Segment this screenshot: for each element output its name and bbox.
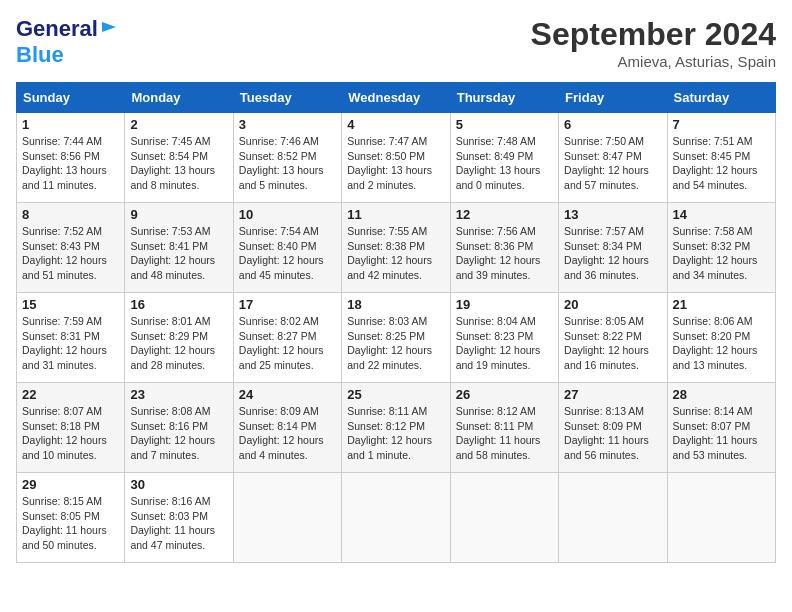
page-header: General Blue September 2024 Amieva, Astu… — [16, 16, 776, 70]
day-info: Sunrise: 7:45 AMSunset: 8:54 PMDaylight:… — [130, 134, 227, 193]
day-info: Sunrise: 8:09 AMSunset: 8:14 PMDaylight:… — [239, 404, 336, 463]
day-info: Sunrise: 8:08 AMSunset: 8:16 PMDaylight:… — [130, 404, 227, 463]
day-info: Sunrise: 7:46 AMSunset: 8:52 PMDaylight:… — [239, 134, 336, 193]
location: Amieva, Asturias, Spain — [531, 53, 776, 70]
day-number: 3 — [239, 117, 336, 132]
calendar-day: 9 Sunrise: 7:53 AMSunset: 8:41 PMDayligh… — [125, 203, 233, 293]
day-info: Sunrise: 8:04 AMSunset: 8:23 PMDaylight:… — [456, 314, 553, 373]
svg-marker-0 — [102, 22, 116, 32]
day-info: Sunrise: 7:44 AMSunset: 8:56 PMDaylight:… — [22, 134, 119, 193]
calendar-day: 16 Sunrise: 8:01 AMSunset: 8:29 PMDaylig… — [125, 293, 233, 383]
calendar-week-row: 8 Sunrise: 7:52 AMSunset: 8:43 PMDayligh… — [17, 203, 776, 293]
day-info: Sunrise: 7:52 AMSunset: 8:43 PMDaylight:… — [22, 224, 119, 283]
calendar-day: 3 Sunrise: 7:46 AMSunset: 8:52 PMDayligh… — [233, 113, 341, 203]
calendar-week-row: 29 Sunrise: 8:15 AMSunset: 8:05 PMDaylig… — [17, 473, 776, 563]
day-info: Sunrise: 8:14 AMSunset: 8:07 PMDaylight:… — [673, 404, 770, 463]
column-header-tuesday: Tuesday — [233, 83, 341, 113]
day-number: 28 — [673, 387, 770, 402]
day-info: Sunrise: 8:12 AMSunset: 8:11 PMDaylight:… — [456, 404, 553, 463]
day-number: 16 — [130, 297, 227, 312]
day-number: 13 — [564, 207, 661, 222]
day-info: Sunrise: 7:55 AMSunset: 8:38 PMDaylight:… — [347, 224, 444, 283]
calendar-day: 27 Sunrise: 8:13 AMSunset: 8:09 PMDaylig… — [559, 383, 667, 473]
calendar-empty — [559, 473, 667, 563]
day-info: Sunrise: 8:01 AMSunset: 8:29 PMDaylight:… — [130, 314, 227, 373]
day-number: 15 — [22, 297, 119, 312]
day-number: 11 — [347, 207, 444, 222]
calendar-day: 10 Sunrise: 7:54 AMSunset: 8:40 PMDaylig… — [233, 203, 341, 293]
day-number: 25 — [347, 387, 444, 402]
day-number: 21 — [673, 297, 770, 312]
day-number: 30 — [130, 477, 227, 492]
day-number: 4 — [347, 117, 444, 132]
calendar-empty — [342, 473, 450, 563]
calendar-day: 2 Sunrise: 7:45 AMSunset: 8:54 PMDayligh… — [125, 113, 233, 203]
calendar-day: 1 Sunrise: 7:44 AMSunset: 8:56 PMDayligh… — [17, 113, 125, 203]
day-info: Sunrise: 7:48 AMSunset: 8:49 PMDaylight:… — [456, 134, 553, 193]
day-number: 14 — [673, 207, 770, 222]
day-info: Sunrise: 7:54 AMSunset: 8:40 PMDaylight:… — [239, 224, 336, 283]
calendar-week-row: 1 Sunrise: 7:44 AMSunset: 8:56 PMDayligh… — [17, 113, 776, 203]
calendar-day: 22 Sunrise: 8:07 AMSunset: 8:18 PMDaylig… — [17, 383, 125, 473]
logo-blue-text: Blue — [16, 42, 64, 67]
day-info: Sunrise: 8:05 AMSunset: 8:22 PMDaylight:… — [564, 314, 661, 373]
day-info: Sunrise: 7:58 AMSunset: 8:32 PMDaylight:… — [673, 224, 770, 283]
calendar-day: 14 Sunrise: 7:58 AMSunset: 8:32 PMDaylig… — [667, 203, 775, 293]
day-number: 10 — [239, 207, 336, 222]
month-title: September 2024 — [531, 16, 776, 53]
calendar-week-row: 15 Sunrise: 7:59 AMSunset: 8:31 PMDaylig… — [17, 293, 776, 383]
calendar-day: 30 Sunrise: 8:16 AMSunset: 8:03 PMDaylig… — [125, 473, 233, 563]
calendar-day: 20 Sunrise: 8:05 AMSunset: 8:22 PMDaylig… — [559, 293, 667, 383]
calendar-header-row: SundayMondayTuesdayWednesdayThursdayFrid… — [17, 83, 776, 113]
day-number: 7 — [673, 117, 770, 132]
day-number: 19 — [456, 297, 553, 312]
calendar-day: 12 Sunrise: 7:56 AMSunset: 8:36 PMDaylig… — [450, 203, 558, 293]
day-info: Sunrise: 7:53 AMSunset: 8:41 PMDaylight:… — [130, 224, 227, 283]
day-number: 12 — [456, 207, 553, 222]
day-number: 5 — [456, 117, 553, 132]
calendar-day: 29 Sunrise: 8:15 AMSunset: 8:05 PMDaylig… — [17, 473, 125, 563]
calendar-day: 5 Sunrise: 7:48 AMSunset: 8:49 PMDayligh… — [450, 113, 558, 203]
day-info: Sunrise: 8:11 AMSunset: 8:12 PMDaylight:… — [347, 404, 444, 463]
day-info: Sunrise: 7:51 AMSunset: 8:45 PMDaylight:… — [673, 134, 770, 193]
day-info: Sunrise: 8:02 AMSunset: 8:27 PMDaylight:… — [239, 314, 336, 373]
day-info: Sunrise: 7:57 AMSunset: 8:34 PMDaylight:… — [564, 224, 661, 283]
logo: General Blue — [16, 16, 118, 68]
calendar-day: 4 Sunrise: 7:47 AMSunset: 8:50 PMDayligh… — [342, 113, 450, 203]
day-number: 8 — [22, 207, 119, 222]
column-header-friday: Friday — [559, 83, 667, 113]
day-number: 6 — [564, 117, 661, 132]
calendar-day: 7 Sunrise: 7:51 AMSunset: 8:45 PMDayligh… — [667, 113, 775, 203]
day-number: 26 — [456, 387, 553, 402]
calendar-day: 17 Sunrise: 8:02 AMSunset: 8:27 PMDaylig… — [233, 293, 341, 383]
day-info: Sunrise: 8:16 AMSunset: 8:03 PMDaylight:… — [130, 494, 227, 553]
title-block: September 2024 Amieva, Asturias, Spain — [531, 16, 776, 70]
day-number: 9 — [130, 207, 227, 222]
day-number: 2 — [130, 117, 227, 132]
calendar-day: 11 Sunrise: 7:55 AMSunset: 8:38 PMDaylig… — [342, 203, 450, 293]
column-header-saturday: Saturday — [667, 83, 775, 113]
logo-arrow-icon — [100, 18, 118, 40]
calendar-empty — [667, 473, 775, 563]
calendar-day: 6 Sunrise: 7:50 AMSunset: 8:47 PMDayligh… — [559, 113, 667, 203]
day-info: Sunrise: 7:59 AMSunset: 8:31 PMDaylight:… — [22, 314, 119, 373]
day-number: 23 — [130, 387, 227, 402]
calendar-empty — [233, 473, 341, 563]
column-header-wednesday: Wednesday — [342, 83, 450, 113]
day-number: 20 — [564, 297, 661, 312]
calendar-day: 24 Sunrise: 8:09 AMSunset: 8:14 PMDaylig… — [233, 383, 341, 473]
calendar-day: 19 Sunrise: 8:04 AMSunset: 8:23 PMDaylig… — [450, 293, 558, 383]
column-header-thursday: Thursday — [450, 83, 558, 113]
calendar-day: 18 Sunrise: 8:03 AMSunset: 8:25 PMDaylig… — [342, 293, 450, 383]
calendar-day: 15 Sunrise: 7:59 AMSunset: 8:31 PMDaylig… — [17, 293, 125, 383]
day-info: Sunrise: 8:15 AMSunset: 8:05 PMDaylight:… — [22, 494, 119, 553]
day-info: Sunrise: 8:06 AMSunset: 8:20 PMDaylight:… — [673, 314, 770, 373]
calendar-day: 28 Sunrise: 8:14 AMSunset: 8:07 PMDaylig… — [667, 383, 775, 473]
calendar-table: SundayMondayTuesdayWednesdayThursdayFrid… — [16, 82, 776, 563]
day-number: 1 — [22, 117, 119, 132]
day-info: Sunrise: 7:56 AMSunset: 8:36 PMDaylight:… — [456, 224, 553, 283]
day-number: 29 — [22, 477, 119, 492]
day-info: Sunrise: 7:47 AMSunset: 8:50 PMDaylight:… — [347, 134, 444, 193]
calendar-day: 23 Sunrise: 8:08 AMSunset: 8:16 PMDaylig… — [125, 383, 233, 473]
calendar-week-row: 22 Sunrise: 8:07 AMSunset: 8:18 PMDaylig… — [17, 383, 776, 473]
